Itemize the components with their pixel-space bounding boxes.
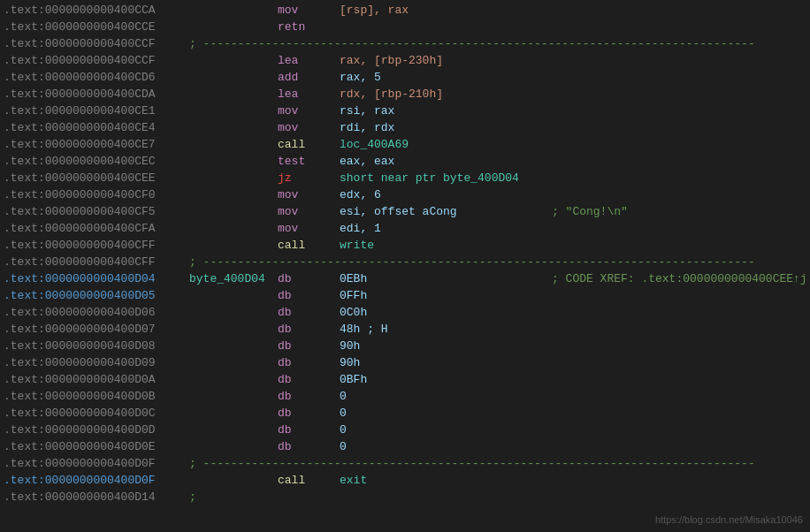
mnemonic: jz bbox=[278, 170, 340, 186]
address: .text:0000000000400CF0 bbox=[4, 186, 189, 203]
mnemonic: db bbox=[278, 422, 340, 438]
code-line: .text:0000000000400CCF ; ---------------… bbox=[0, 35, 810, 52]
address: .text:0000000000400CCF bbox=[4, 35, 189, 52]
operands: 48h ; H bbox=[340, 321, 552, 338]
code-line: .text:0000000000400CCEretn bbox=[0, 19, 810, 35]
mnemonic: mov bbox=[278, 186, 340, 203]
mnemonic: db bbox=[278, 287, 340, 304]
operands: [rsp], rax bbox=[340, 2, 552, 19]
code-line: .text:0000000000400CE1movrsi, rax bbox=[0, 103, 810, 119]
operands: short near ptr byte_400D04 bbox=[340, 170, 552, 186]
mnemonic: mov bbox=[278, 203, 340, 220]
address: .text:0000000000400D0A bbox=[4, 371, 189, 388]
mnemonic: db bbox=[278, 371, 340, 388]
mnemonic: call bbox=[278, 136, 340, 153]
address: .text:0000000000400D14 bbox=[4, 489, 189, 505]
address: .text:0000000000400D09 bbox=[4, 354, 189, 371]
mnemonic: db bbox=[278, 304, 340, 321]
mnemonic: lea bbox=[278, 86, 340, 103]
code-line: .text:0000000000400D0Bdb 0 bbox=[0, 388, 810, 405]
operands: 0 bbox=[340, 438, 552, 455]
address: .text:0000000000400CE4 bbox=[4, 119, 189, 136]
operands: edx, 6 bbox=[340, 186, 552, 203]
mnemonic: mov bbox=[278, 220, 340, 237]
code-line: .text:0000000000400D0F ; ---------------… bbox=[0, 455, 810, 472]
mnemonic: db bbox=[278, 405, 340, 422]
separator-line: ; --------------------------------------… bbox=[189, 254, 755, 270]
address: .text:0000000000400D0F bbox=[4, 472, 189, 489]
operands: rdx, [rbp-210h] bbox=[340, 86, 552, 103]
mnemonic: mov bbox=[278, 119, 340, 136]
address: .text:0000000000400D0B bbox=[4, 388, 189, 405]
mnemonic: db bbox=[278, 338, 340, 354]
code-line: .text:0000000000400D0Adb0BFh bbox=[0, 371, 810, 388]
address: .text:0000000000400D06 bbox=[4, 304, 189, 321]
address: .text:0000000000400CFF bbox=[4, 254, 189, 270]
code-line: .text:0000000000400CFAmovedi, 1 bbox=[0, 220, 810, 237]
label: byte_400D04 bbox=[189, 270, 278, 287]
code-line: .text:0000000000400D05db0FFh bbox=[0, 287, 810, 304]
operands: rax, [rbp-230h] bbox=[340, 52, 552, 69]
comment: ; "Cong!\n" bbox=[552, 203, 628, 220]
separator-line: ; bbox=[189, 489, 196, 505]
code-line: .text:0000000000400D04byte_400D04db0EBh … bbox=[0, 270, 810, 287]
mnemonic: mov bbox=[278, 103, 340, 119]
operands: rax, 5 bbox=[340, 69, 552, 86]
address: .text:0000000000400CCE bbox=[4, 19, 189, 35]
code-line: .text:0000000000400CDAleardx, [rbp-210h] bbox=[0, 86, 810, 103]
address: .text:0000000000400D07 bbox=[4, 321, 189, 338]
code-line: .text:0000000000400D14 ; bbox=[0, 489, 810, 505]
separator-line: ; --------------------------------------… bbox=[189, 455, 755, 472]
mnemonic: test bbox=[278, 153, 340, 170]
mnemonic: add bbox=[278, 69, 340, 86]
operands: 0 bbox=[340, 388, 552, 405]
operands: rsi, rax bbox=[340, 103, 552, 119]
address: .text:0000000000400CE7 bbox=[4, 136, 189, 153]
address: .text:0000000000400CD6 bbox=[4, 69, 189, 86]
mnemonic: retn bbox=[278, 19, 340, 35]
mnemonic: db bbox=[278, 388, 340, 405]
code-line: .text:0000000000400CEEjzshort near ptr b… bbox=[0, 170, 810, 186]
address: .text:0000000000400CEC bbox=[4, 153, 189, 170]
code-line: .text:0000000000400D09db 90h bbox=[0, 354, 810, 371]
code-view: .text:0000000000400CCAmov[rsp], rax.text… bbox=[0, 0, 810, 507]
comment: ; CODE XREF: .text:0000000000400CEE↑j bbox=[552, 270, 807, 287]
operands: exit bbox=[340, 472, 552, 489]
code-line: .text:0000000000400CF0movedx, 6 bbox=[0, 186, 810, 203]
operands: 0EBh bbox=[340, 270, 552, 287]
code-line: .text:0000000000400CF5movesi, offset aCo… bbox=[0, 203, 810, 220]
address: .text:0000000000400CE1 bbox=[4, 103, 189, 119]
address: .text:0000000000400CCF bbox=[4, 52, 189, 69]
mnemonic: db bbox=[278, 321, 340, 338]
operands: esi, offset aCong bbox=[340, 203, 552, 220]
mnemonic: lea bbox=[278, 52, 340, 69]
address: .text:0000000000400CCA bbox=[4, 2, 189, 19]
code-line: .text:0000000000400D08db 90h bbox=[0, 338, 810, 354]
operands: 0C0h bbox=[340, 304, 552, 321]
code-line: .text:0000000000400CFF ; ---------------… bbox=[0, 254, 810, 270]
address: .text:0000000000400D08 bbox=[4, 338, 189, 354]
code-line: .text:0000000000400D07db48h ; H bbox=[0, 321, 810, 338]
code-line: .text:0000000000400CD6addrax, 5 bbox=[0, 69, 810, 86]
code-line: .text:0000000000400D0Fcallexit bbox=[0, 472, 810, 489]
mnemonic: db bbox=[278, 270, 340, 287]
operands: 90h bbox=[340, 354, 552, 371]
code-line: .text:0000000000400D0Ddb 0 bbox=[0, 422, 810, 438]
separator-line: ; --------------------------------------… bbox=[189, 35, 755, 52]
operands: rdi, rdx bbox=[340, 119, 552, 136]
address: .text:0000000000400D0E bbox=[4, 438, 189, 455]
code-line: .text:0000000000400CE7callloc_400A69 bbox=[0, 136, 810, 153]
code-line: .text:0000000000400D06db0C0h bbox=[0, 304, 810, 321]
code-line: .text:0000000000400CCFlearax, [rbp-230h] bbox=[0, 52, 810, 69]
operands: eax, eax bbox=[340, 153, 552, 170]
code-line: .text:0000000000400CECtesteax, eax bbox=[0, 153, 810, 170]
operands: loc_400A69 bbox=[340, 136, 552, 153]
address: .text:0000000000400CDA bbox=[4, 86, 189, 103]
address: .text:0000000000400D04 bbox=[4, 270, 189, 287]
operands: 90h bbox=[340, 338, 552, 354]
operands: 0 bbox=[340, 405, 552, 422]
mnemonic: db bbox=[278, 438, 340, 455]
address: .text:0000000000400CF5 bbox=[4, 203, 189, 220]
mnemonic: db bbox=[278, 354, 340, 371]
code-line: .text:0000000000400D0Edb0 bbox=[0, 438, 810, 455]
